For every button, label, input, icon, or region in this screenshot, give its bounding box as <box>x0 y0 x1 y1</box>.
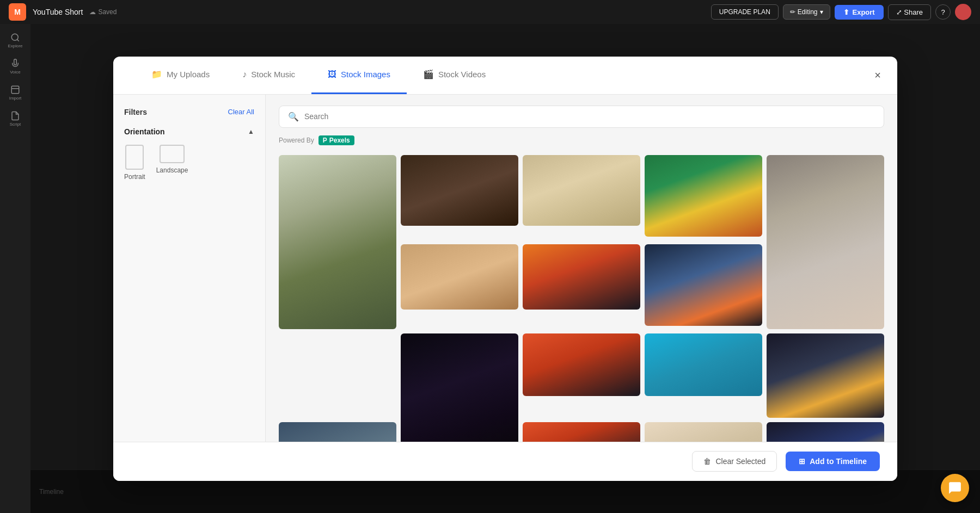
editing-button[interactable]: ✏ Editing ▾ <box>783 4 830 20</box>
export-button[interactable]: ⬆ Export <box>835 5 884 20</box>
top-bar: M YouTube Short ☁ Saved UPGRADE PLAN ✏ E… <box>0 0 980 24</box>
image-card[interactable] <box>767 333 884 418</box>
tab-stock-videos[interactable]: 🎬 Stock Videos <box>407 57 502 94</box>
pexels-logo: P <box>323 137 327 144</box>
sidebar-item-explore[interactable]: Explore <box>3 28 27 52</box>
images-grid <box>279 155 884 442</box>
image-card[interactable] <box>279 155 396 329</box>
chat-widget-button[interactable] <box>941 474 969 502</box>
project-title: YouTube Short <box>33 8 83 16</box>
pencil-icon: ✏ <box>790 8 795 16</box>
images-icon: 🖼 <box>328 70 336 79</box>
upgrade-button[interactable]: UPGRADE PLAN <box>711 4 779 20</box>
svg-rect-1 <box>11 86 19 94</box>
saved-indicator: ☁ Saved <box>89 8 117 16</box>
modal-body: Filters Clear All Orientation ▲ Portrait <box>113 95 897 442</box>
chevron-down-icon: ▾ <box>820 8 823 16</box>
add-icon: ⊞ <box>799 457 805 466</box>
add-to-timeline-button[interactable]: ⊞ Add to Timeline <box>786 452 880 471</box>
image-card[interactable] <box>523 155 640 226</box>
clear-all-button[interactable]: Clear All <box>228 108 254 116</box>
sidebar-item-voice[interactable]: Voice <box>3 54 27 78</box>
share-button[interactable]: ⤢ Share <box>888 4 931 20</box>
app-logo: M <box>9 3 26 21</box>
modal-footer: 🗑 Clear Selected ⊞ Add to Timeline <box>113 442 897 481</box>
chat-icon <box>948 481 962 495</box>
sidebar-item-scripts[interactable]: Script <box>3 107 27 131</box>
user-avatar[interactable] <box>955 4 971 20</box>
tab-stock-images[interactable]: 🖼 Stock Images <box>311 57 407 94</box>
tab-stock-music[interactable]: ♪ Stock Music <box>226 57 311 94</box>
filters-panel: Filters Clear All Orientation ▲ Portrait <box>113 95 266 442</box>
modal-overlay: 📁 My Uploads ♪ Stock Music 🖼 Stock Image… <box>30 24 980 513</box>
sidebar-item-imports[interactable]: Import <box>3 81 27 104</box>
music-icon: ♪ <box>242 70 247 79</box>
videos-icon: 🎬 <box>423 69 434 79</box>
orientation-section-title: Orientation ▲ <box>124 127 254 136</box>
main-area: Timeline 📁 My Uploads ♪ Stock Music 🖼 St… <box>30 24 980 513</box>
image-card[interactable] <box>645 155 762 237</box>
svg-point-0 <box>11 34 18 40</box>
image-card[interactable] <box>279 422 396 442</box>
portrait-label: Portrait <box>124 173 145 181</box>
search-bar: 🔍 <box>279 106 884 128</box>
stock-images-modal: 📁 My Uploads ♪ Stock Music 🖼 Stock Image… <box>113 57 897 481</box>
pexels-badge: P Pexels <box>318 135 354 145</box>
image-card[interactable] <box>645 333 762 396</box>
search-icon: 🔍 <box>288 112 299 122</box>
image-card[interactable] <box>401 333 518 442</box>
help-button[interactable]: ? <box>935 4 951 20</box>
filters-title: Filters <box>124 108 147 116</box>
trash-icon: 🗑 <box>703 457 711 466</box>
landscape-label: Landscape <box>156 166 188 174</box>
modal-close-button[interactable]: × <box>869 66 886 84</box>
image-card[interactable] <box>523 333 640 396</box>
image-card[interactable] <box>767 155 884 329</box>
portrait-option[interactable]: Portrait <box>124 145 145 181</box>
modal-tabs: 📁 My Uploads ♪ Stock Music 🖼 Stock Image… <box>113 57 897 95</box>
image-card[interactable] <box>401 244 518 310</box>
tab-my-uploads[interactable]: 📁 My Uploads <box>135 57 226 94</box>
top-bar-actions: UPGRADE PLAN ✏ Editing ▾ ⬆ Export ⤢ Shar… <box>711 4 971 20</box>
left-sidebar: Explore Voice Import Script <box>0 24 30 513</box>
chevron-up-icon: ▲ <box>248 128 254 135</box>
uploads-icon: 📁 <box>151 69 162 79</box>
orientation-options: Portrait Landscape <box>124 145 254 181</box>
images-panel: 🔍 Powered By P Pexels <box>266 95 897 442</box>
clear-selected-button[interactable]: 🗑 Clear Selected <box>692 451 777 472</box>
image-card[interactable] <box>401 155 518 226</box>
powered-by: Powered By P Pexels <box>279 135 884 145</box>
image-card[interactable] <box>523 244 640 310</box>
search-input[interactable] <box>304 112 875 121</box>
landscape-option[interactable]: Landscape <box>156 145 188 181</box>
share-icon: ⤢ <box>896 8 902 16</box>
image-card[interactable] <box>523 422 640 442</box>
image-card[interactable] <box>645 244 762 326</box>
cloud-icon: ☁ <box>89 8 96 16</box>
image-card[interactable] <box>645 422 762 442</box>
portrait-icon <box>125 145 144 170</box>
filters-header: Filters Clear All <box>124 108 254 116</box>
landscape-icon <box>160 145 185 163</box>
image-card[interactable] <box>767 422 884 442</box>
export-icon: ⬆ <box>843 8 849 16</box>
